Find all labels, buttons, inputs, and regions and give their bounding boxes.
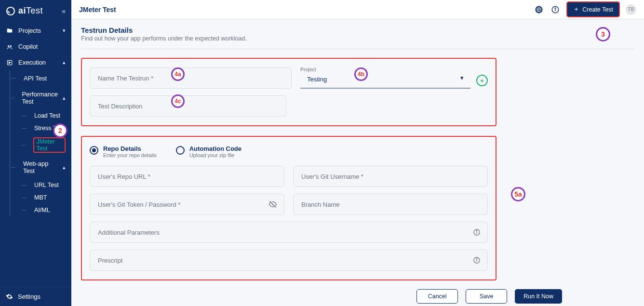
branch-name-input[interactable] (300, 200, 481, 209)
save-button[interactable]: Save (466, 289, 507, 304)
logo-glyph (6, 6, 15, 16)
git-token-input[interactable] (97, 200, 268, 209)
svg-point-11 (476, 231, 477, 231)
add-project-button[interactable]: + (476, 75, 488, 86)
copilot-icon (6, 43, 13, 50)
sidebar-nav: Projects ▾ Copilot Execution ▴ API Test … (0, 23, 71, 287)
annotation-badge-5a: 5a (511, 187, 525, 201)
sidebar-item-label: Execution (18, 59, 46, 66)
button-label: Create Test (582, 6, 613, 13)
svg-point-8 (555, 8, 556, 9)
brand-text: aiTest (18, 6, 43, 16)
logo-row: aiTest « (0, 0, 71, 23)
testrun-name-field[interactable] (90, 67, 292, 89)
prescript-input[interactable] (97, 256, 473, 265)
folder-icon (6, 27, 13, 34)
info-icon[interactable] (473, 228, 481, 236)
sidebar-item-webapp-test[interactable]: Web-app Test ▴ (10, 156, 71, 179)
create-test-button[interactable]: ＋ Create Test (566, 1, 620, 17)
prescript-field[interactable] (90, 250, 488, 271)
additional-params-field[interactable] (90, 222, 488, 243)
sidebar-item-aiml[interactable]: AI/ML (21, 204, 71, 216)
git-username-field[interactable] (293, 166, 488, 187)
radio-label: Automation Code (189, 146, 242, 152)
radio-repo-details[interactable]: Repo Details Enter your repo details (90, 146, 157, 158)
info-icon[interactable] (550, 4, 561, 15)
main-content: Testrun Details Find out how your app pe… (71, 19, 644, 306)
sidebar-item-label: MBT (34, 194, 47, 201)
git-token-field[interactable] (90, 194, 284, 215)
sidebar-item-jmeter-test[interactable]: JMeter Test (21, 134, 71, 156)
test-description-input[interactable] (97, 102, 279, 110)
eye-off-icon[interactable] (268, 200, 277, 209)
sidebar-item-performance-test[interactable]: Performance Test ▴ (10, 86, 71, 109)
branch-name-field[interactable] (293, 194, 488, 215)
execution-icon (6, 59, 13, 66)
test-description-field[interactable] (90, 95, 286, 117)
sidebar-item-label: Performance Test (22, 91, 58, 105)
header: JMeter Test ＋ Create Test TB (71, 0, 644, 19)
repo-url-field[interactable] (90, 166, 284, 187)
select-float-label: Project (300, 67, 316, 72)
info-icon[interactable] (473, 256, 481, 264)
source-radio-group: Repo Details Enter your repo details Aut… (90, 146, 488, 158)
sidebar-item-settings[interactable]: Settings (0, 287, 71, 306)
radio-icon (90, 146, 98, 155)
source-panel: Repo Details Enter your repo details Aut… (81, 136, 496, 280)
radio-automation-code[interactable]: Automation Code Upload your zip file (176, 146, 242, 158)
annotation-badge-2: 2 (53, 123, 67, 138)
header-actions: ＋ Create Test TB (534, 1, 636, 17)
page-title: JMeter Test (79, 6, 116, 13)
chevron-down-icon: ▾ (63, 27, 66, 34)
radio-label: Repo Details (103, 146, 157, 152)
sidebar-item-label: Web-app Test (23, 160, 58, 174)
annotation-badge-4c: 4c (171, 94, 185, 108)
radio-sublabel: Upload your zip file (189, 152, 242, 158)
gear-icon (6, 293, 13, 300)
execution-children: API Test Performance Test ▴ Load Test St… (10, 70, 71, 216)
cancel-button[interactable]: Cancel (416, 289, 458, 304)
sidebar-item-api-test[interactable]: API Test (10, 70, 71, 86)
additional-params-input[interactable] (97, 228, 473, 237)
testrun-details-panel: Project Testing ▾ + (81, 58, 496, 126)
footer-actions: Cancel Save Run It Now (81, 289, 562, 304)
repo-url-input[interactable] (97, 173, 277, 181)
sidebar-collapse-icon[interactable]: « (62, 7, 66, 15)
section-subtitle: Find out how your app performs under the… (81, 35, 634, 42)
sidebar-item-label: Projects (18, 27, 41, 34)
sidebar-item-execution[interactable]: Execution ▴ (0, 54, 71, 70)
sidebar-item-label: Load Test (34, 112, 60, 119)
chevron-up-icon: ▴ (63, 95, 66, 101)
sidebar-item-mbt[interactable]: MBT (21, 191, 71, 204)
sidebar-item-label: Settings (18, 293, 40, 300)
mention-icon[interactable] (534, 4, 544, 15)
divider (81, 49, 634, 49)
plus-icon: ＋ (573, 5, 579, 13)
annotation-badge-4a: 4a (171, 67, 185, 81)
select-value: Testing (307, 76, 327, 83)
caret-down-icon: ▾ (460, 74, 464, 81)
testrun-name-input[interactable] (97, 74, 284, 82)
svg-point-14 (476, 259, 477, 259)
run-it-now-button[interactable]: Run It Now (515, 289, 562, 304)
svg-point-2 (10, 45, 12, 47)
radio-sublabel: Enter your repo details (103, 152, 157, 158)
radio-icon (176, 146, 185, 155)
sidebar-item-copilot[interactable]: Copilot (0, 39, 71, 54)
sidebar-item-label: Copilot (18, 43, 38, 50)
sidebar: aiTest « Projects ▾ Copilot Execution ▴ … (0, 0, 71, 306)
svg-point-1 (8, 45, 9, 47)
section-title: Testrun Details (81, 26, 634, 34)
sidebar-item-load-test[interactable]: Load Test (21, 109, 71, 122)
sidebar-item-label: API Test (24, 75, 47, 82)
sidebar-item-projects[interactable]: Projects ▾ (0, 23, 71, 39)
webapp-children: URL Test MBT AI/ML (10, 179, 71, 216)
sidebar-item-url-test[interactable]: URL Test (21, 179, 71, 191)
git-username-input[interactable] (300, 173, 481, 181)
project-select[interactable]: Project Testing ▾ (300, 67, 470, 89)
chevron-up-icon: ▴ (63, 164, 66, 171)
annotation-badge-4b: 4b (354, 67, 368, 81)
avatar[interactable]: TB (626, 4, 636, 15)
sidebar-item-label: URL Test (34, 182, 59, 188)
sidebar-item-label: AI/ML (34, 207, 50, 213)
